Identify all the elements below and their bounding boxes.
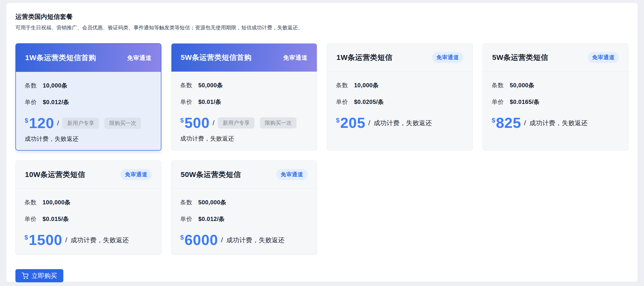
billing-note: 成功计费，失败返还: [226, 236, 285, 244]
plan-title: 1W条运营类短信首购: [25, 53, 96, 63]
channel-badge: 免审通道: [120, 169, 152, 180]
page-title: 运营类国内短信套餐: [16, 13, 628, 21]
unit-price-value: $0.012/条: [43, 98, 69, 106]
price-slash: /: [57, 119, 59, 127]
billing-note: 成功计费，失败返还: [374, 119, 432, 127]
plan-card-1w[interactable]: 1W条运营类短信 免审通道 条数 10,000条 单价 $0.0205/条 $ …: [327, 43, 473, 150]
price-value: 1500: [28, 233, 62, 248]
quantity-label: 条数: [24, 198, 37, 206]
card-body: 条数 50,000条 单价 $0.0165/条 $ 825 / 成功计费，失败返…: [483, 72, 628, 138]
channel-badge: 免审通道: [283, 54, 308, 62]
price-slash: /: [213, 119, 215, 127]
price-slash: /: [368, 119, 370, 127]
quantity-value: 10,000条: [354, 82, 379, 89]
plan-card-10w[interactable]: 10W条运营类短信 免审通道 条数 100,000条 单价 $0.015/条 $…: [16, 160, 161, 255]
price-row: $ 825 / 成功计费，失败返还: [492, 116, 620, 130]
tag-new-user: 新用户专享: [62, 118, 99, 129]
plan-card-50w[interactable]: 50W条运营类短信 免审通道 条数 500,000条 单价 $0.012/条 $…: [171, 160, 317, 255]
quantity-value: 50,000条: [198, 82, 223, 89]
card-body: 条数 10,000条 单价 $0.0205/条 $ 205 / 成功计费，失败返…: [327, 72, 472, 138]
quantity-value: 10,000条: [43, 82, 68, 90]
card-body: 条数 100,000条 单价 $0.015/条 $ 1500 / 成功计费，失败…: [16, 189, 161, 255]
unit-price-row: 单价 $0.0165/条: [492, 98, 620, 106]
cart-icon: [22, 272, 28, 279]
unit-price-value: $0.0165/条: [510, 98, 540, 106]
price-value: 205: [340, 116, 365, 130]
pricing-panel: 运营类国内短信套餐 可用于生日祝福、营销推广、会员优惠、验证码类、事件通知等触发…: [6, 3, 638, 282]
unit-price-value: $0.0205/条: [354, 98, 384, 106]
price-value: 120: [29, 116, 54, 130]
quantity-row: 条数 10,000条: [25, 82, 152, 90]
price-row: $ 205 / 成功计费，失败返还: [336, 116, 464, 130]
billing-note: 成功计费，失败返还: [25, 135, 152, 143]
price-value: 6000: [184, 233, 218, 248]
quantity-value: 500,000条: [198, 198, 226, 206]
card-header: 1W条运营类短信 免审通道: [327, 44, 472, 72]
channel-badge: 免审通道: [127, 54, 152, 62]
quantity-row: 条数 10,000条: [336, 82, 464, 89]
quantity-label: 条数: [180, 82, 192, 89]
card-header: 1W条运营类短信首购 免审通道: [16, 44, 161, 72]
price-row: $ 120 / 新用户专享 限购买一次: [25, 116, 152, 130]
card-body: 条数 50,000条 单价 $0.01/条 $ 500 / 新用户专享 限购买一…: [172, 72, 317, 150]
tag-limit-once: 限购买一次: [104, 118, 141, 129]
unit-price-value: $0.01/条: [198, 98, 221, 106]
quantity-row: 条数 500,000条: [180, 198, 308, 206]
page-subtitle: 可用于生日祝福、营销推广、会员优惠、验证码类、事件通知等触发类等短信；资源包无使…: [16, 24, 628, 31]
price-row: $ 6000 / 成功计费，失败返还: [180, 233, 308, 248]
quantity-label: 条数: [180, 198, 192, 206]
card-body: 条数 10,000条 单价 $0.012/条 $ 120 / 新用户专享 限购买…: [16, 72, 161, 150]
unit-price-value: $0.012/条: [198, 215, 225, 223]
plan-title: 10W条运营类短信: [25, 170, 85, 180]
quantity-row: 条数 50,000条: [180, 82, 308, 89]
unit-price-row: 单价 $0.01/条: [180, 98, 308, 106]
quantity-row: 条数 100,000条: [24, 198, 152, 206]
channel-badge: 免审通道: [276, 169, 308, 180]
quantity-value: 50,000条: [510, 82, 534, 89]
card-header: 10W条运营类短信 免审通道: [16, 160, 161, 189]
currency-symbol: $: [24, 234, 28, 241]
unit-price-row: 单价 $0.0205/条: [336, 98, 464, 106]
channel-badge: 免审通道: [588, 52, 619, 63]
currency-symbol: $: [492, 116, 495, 124]
plan-cards-grid: 1W条运营类短信首购 免审通道 条数 10,000条 单价 $0.012/条 $…: [16, 43, 628, 255]
price-row: $ 1500 / 成功计费，失败返还: [24, 233, 152, 248]
price-slash: /: [221, 236, 223, 244]
tag-new-user: 新用户专享: [218, 117, 254, 128]
currency-symbol: $: [25, 117, 28, 124]
price-value: 825: [496, 116, 521, 130]
plan-card-1w-first-purchase[interactable]: 1W条运营类短信首购 免审通道 条数 10,000条 单价 $0.012/条 $…: [16, 43, 161, 150]
plan-title: 5W条运营类短信: [492, 52, 548, 62]
quantity-label: 条数: [492, 82, 504, 89]
plan-title: 5W条运营类短信首购: [181, 52, 252, 62]
price-value: 500: [184, 116, 210, 130]
buy-now-button[interactable]: 立即购买: [16, 269, 63, 282]
quantity-value: 100,000条: [42, 198, 71, 206]
billing-note: 成功计费，失败返还: [529, 119, 588, 127]
currency-symbol: $: [336, 116, 339, 124]
buy-now-label: 立即购买: [32, 272, 57, 280]
price-slash: /: [524, 119, 526, 127]
unit-price-row: 单价 $0.012/条: [180, 215, 308, 223]
currency-symbol: $: [180, 234, 184, 241]
unit-price-label: 单价: [24, 215, 37, 223]
plan-card-5w-first-purchase[interactable]: 5W条运营类短信首购 免审通道 条数 50,000条 单价 $0.01/条 $ …: [171, 43, 317, 150]
card-header: 5W条运营类短信 免审通道: [483, 44, 628, 72]
card-header: 5W条运营类短信首购 免审通道: [172, 44, 317, 72]
unit-price-value: $0.015/条: [42, 215, 69, 223]
plan-card-5w[interactable]: 5W条运营类短信 免审通道 条数 50,000条 单价 $0.0165/条 $ …: [483, 43, 628, 150]
unit-price-label: 单价: [180, 98, 192, 106]
tag-limit-once: 限购买一次: [260, 117, 296, 128]
plan-title: 1W条运营类短信: [336, 52, 392, 62]
card-body: 条数 500,000条 单价 $0.012/条 $ 6000 / 成功计费，失败…: [172, 189, 317, 255]
quantity-row: 条数 50,000条: [492, 82, 620, 89]
card-header: 50W条运营类短信 免审通道: [172, 160, 317, 189]
billing-note: 成功计费，失败返还: [180, 135, 308, 142]
unit-price-label: 单价: [25, 98, 37, 106]
unit-price-row: 单价 $0.012/条: [25, 98, 152, 106]
price-slash: /: [65, 236, 67, 244]
billing-note: 成功计费，失败返还: [71, 236, 129, 244]
quantity-label: 条数: [25, 82, 37, 90]
unit-price-label: 单价: [180, 215, 192, 223]
unit-price-label: 单价: [492, 98, 504, 106]
